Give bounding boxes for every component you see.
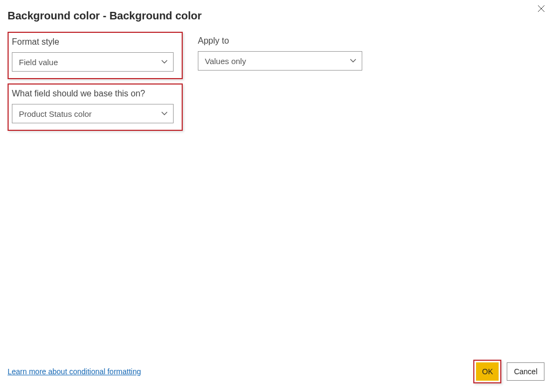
close-icon xyxy=(537,5,545,12)
close-button[interactable] xyxy=(536,3,547,14)
cancel-button[interactable]: Cancel xyxy=(507,362,544,381)
base-field-value: Product Status color xyxy=(19,109,92,118)
footer: Learn more about conditional formatting … xyxy=(8,360,544,383)
base-field-dropdown[interactable]: Product Status color xyxy=(12,104,174,123)
apply-to-value: Values only xyxy=(205,57,246,66)
base-field-label: What field should we base this on? xyxy=(12,89,176,99)
dialog-title: Background color - Background color xyxy=(8,10,544,22)
chevron-down-icon xyxy=(350,58,356,64)
format-style-dropdown[interactable]: Field value xyxy=(12,52,174,72)
apply-to-label: Apply to xyxy=(198,36,362,46)
learn-more-link[interactable]: Learn more about conditional formatting xyxy=(8,367,141,376)
base-field-highlight: What field should we base this on? Produ… xyxy=(8,83,183,131)
button-row: OK Cancel xyxy=(473,360,544,383)
base-field-block: What field should we base this on? Produ… xyxy=(12,89,176,123)
ok-button[interactable]: OK xyxy=(476,362,499,381)
format-style-label: Format style xyxy=(12,37,176,47)
chevron-down-icon xyxy=(161,110,168,117)
ok-highlight: OK xyxy=(473,360,501,383)
format-style-block: Format style Field value xyxy=(12,37,176,72)
top-row: Format style Field value Apply to Values… xyxy=(8,32,544,79)
format-style-highlight: Format style Field value xyxy=(8,32,183,79)
chevron-down-icon xyxy=(161,59,168,65)
apply-to-dropdown[interactable]: Values only xyxy=(198,51,362,71)
format-style-value: Field value xyxy=(19,58,58,67)
apply-to-block: Apply to Values only xyxy=(198,32,362,75)
